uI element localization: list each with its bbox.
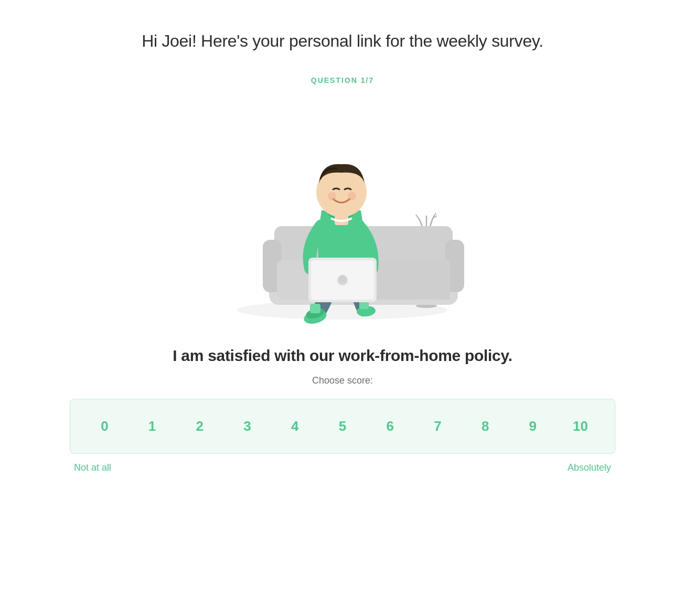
score-button-6[interactable]: 6	[374, 414, 406, 439]
svg-point-29	[328, 192, 336, 200]
score-label-low: Not at all	[74, 462, 111, 473]
svg-rect-21	[310, 304, 320, 313]
score-button-2[interactable]: 2	[184, 414, 216, 439]
svg-point-30	[348, 192, 356, 200]
score-button-1[interactable]: 1	[136, 414, 168, 439]
svg-line-9	[418, 217, 420, 221]
illustration	[206, 105, 479, 326]
greeting-text: Hi Joei! Here's your personal link for t…	[142, 31, 543, 51]
score-button-7[interactable]: 7	[422, 414, 453, 439]
score-button-9[interactable]: 9	[517, 414, 549, 439]
question-text: I am satisfied with our work-from-home p…	[173, 347, 512, 365]
score-labels: Not at all Absolutely	[70, 462, 615, 473]
score-button-0[interactable]: 0	[89, 414, 120, 439]
svg-rect-17	[366, 260, 450, 300]
score-selector: 012345678910	[70, 399, 615, 454]
score-button-3[interactable]: 3	[232, 414, 263, 439]
question-progress: QUESTION 1/7	[311, 76, 374, 84]
choose-score-label: Choose score:	[312, 375, 373, 386]
score-button-10[interactable]: 10	[565, 414, 596, 439]
score-button-8[interactable]: 8	[469, 414, 501, 439]
score-label-high: Absolutely	[568, 462, 611, 473]
svg-point-27	[339, 275, 346, 282]
score-button-5[interactable]: 5	[327, 414, 358, 439]
score-button-4[interactable]: 4	[279, 414, 311, 439]
